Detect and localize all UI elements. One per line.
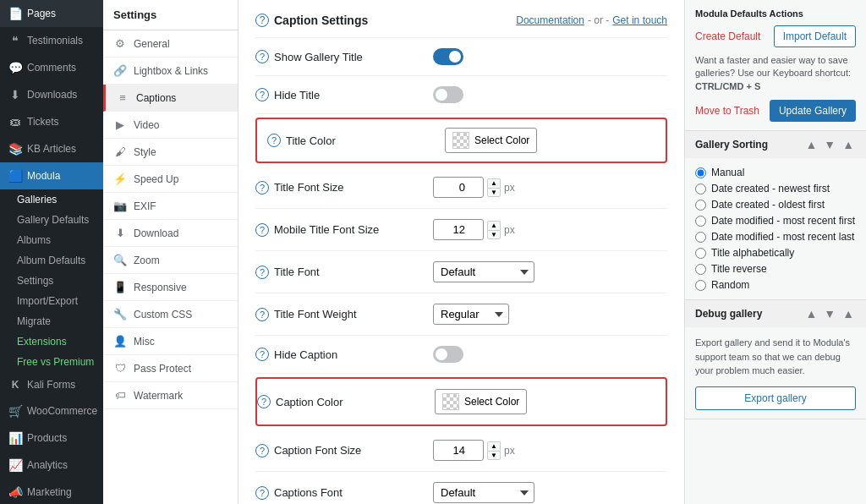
title-font-size-up[interactable]: ▲ <box>487 178 501 188</box>
settings-nav-download[interactable]: ⬇ Download <box>103 220 238 247</box>
right-sidebar: Modula Defaults Actions Create Default I… <box>684 0 866 504</box>
settings-nav-video[interactable]: ▶ Video <box>103 112 238 139</box>
sidebar-sub-galleries[interactable]: Galleries <box>0 189 103 210</box>
title-font-select[interactable]: Default <box>433 261 534 282</box>
sidebar-item-kb-articles[interactable]: 📚 KB Articles <box>0 135 103 162</box>
settings-nav-captions[interactable]: ≡ Captions <box>103 85 238 112</box>
export-gallery-button[interactable]: Export gallery <box>695 386 856 410</box>
settings-nav-general[interactable]: ⚙ General <box>103 30 238 58</box>
help-hide-caption[interactable]: ? <box>255 348 269 361</box>
sort-title-alpha[interactable]: Title alphabetically <box>695 247 856 259</box>
toggle-hide-title[interactable] <box>433 86 463 103</box>
create-default-link[interactable]: Create Default <box>695 30 760 42</box>
get-in-touch-link[interactable]: Get in touch <box>612 14 667 26</box>
toggle-show-gallery-title[interactable] <box>433 48 463 65</box>
title-color-btn[interactable]: Select Color <box>445 128 537 153</box>
help-caption-font-size[interactable]: ? <box>255 444 269 457</box>
doc-link[interactable]: Documentation <box>516 14 584 26</box>
sidebar-sub-albums[interactable]: Albums <box>0 230 103 250</box>
settings-nav-lightbox[interactable]: 🔗 Lightbox & Links <box>103 58 238 85</box>
sidebar-item-downloads[interactable]: ⬇ Downloads <box>0 81 103 108</box>
sidebar-item-pages[interactable]: 📄 Pages <box>0 0 103 27</box>
settings-nav-zoom[interactable]: 🔍 Zoom <box>103 247 238 274</box>
move-to-trash-link[interactable]: Move to Trash <box>695 105 759 117</box>
update-gallery-button[interactable]: Update Gallery <box>770 100 856 122</box>
settings-nav-misc[interactable]: 👤 Misc <box>103 328 238 355</box>
section-help-icon[interactable]: ? <box>255 14 269 27</box>
sort-manual[interactable]: Manual <box>695 167 856 178</box>
sidebar-sub-import-export[interactable]: Import/Export <box>0 291 103 311</box>
sidebar-sub-migrate[interactable]: Migrate <box>0 311 103 331</box>
caption-font-size-input[interactable] <box>433 440 484 461</box>
title-color-swatch <box>452 132 469 149</box>
responsive-icon: 📱 <box>113 281 127 293</box>
mobile-font-size-unit: px <box>504 224 515 236</box>
settings-nav-speed-up[interactable]: ⚡ Speed Up <box>103 166 238 193</box>
sidebar-item-tickets[interactable]: 🎟 Tickets <box>0 108 103 135</box>
help-hide-title[interactable]: ? <box>255 88 269 101</box>
sidebar-item-kali-forms[interactable]: K Kali Forms <box>0 372 103 397</box>
section-title: Caption Settings <box>274 14 368 27</box>
sidebar-item-marketing[interactable]: 📣 Marketing <box>0 479 103 504</box>
mobile-font-size-up[interactable]: ▲ <box>487 221 501 230</box>
help-show-gallery-title[interactable]: ? <box>255 50 269 63</box>
sorting-collapse-button[interactable]: ▲ <box>841 138 856 151</box>
caption-font-size-up[interactable]: ▲ <box>487 441 501 451</box>
import-default-button[interactable]: Import Default <box>774 25 856 47</box>
sorting-down-button[interactable]: ▼ <box>822 138 837 151</box>
sidebar-item-modula[interactable]: 🟦 Modula <box>0 162 103 189</box>
help-title-color[interactable]: ? <box>267 134 281 147</box>
sort-date-oldest[interactable]: Date created - oldest first <box>695 199 856 211</box>
settings-nav-watermark[interactable]: 🏷 Watermark <box>103 382 238 409</box>
debug-collapse-button[interactable]: ▲ <box>841 307 856 320</box>
captions-font-select[interactable]: Default <box>433 482 534 503</box>
title-font-weight-select[interactable]: Regular Bold Light <box>433 304 509 325</box>
caption-font-size-down[interactable]: ▼ <box>487 451 501 460</box>
sort-random[interactable]: Random <box>695 279 856 291</box>
mobile-font-size-down[interactable]: ▼ <box>487 230 501 239</box>
sidebar-item-analytics[interactable]: 📈 Analytics <box>0 452 103 479</box>
sidebar-sub-gallery-defaults[interactable]: Gallery Defaults <box>0 210 103 230</box>
debug-down-button[interactable]: ▼ <box>822 307 837 320</box>
sidebar-sub-extensions[interactable]: Extensions <box>0 331 103 352</box>
sort-date-newest[interactable]: Date created - newest first <box>695 183 856 194</box>
center-content: ? Caption Settings Documentation - or - … <box>238 0 684 504</box>
debug-up-button[interactable]: ▲ <box>803 307 819 320</box>
help-title-font-weight[interactable]: ? <box>255 308 269 321</box>
title-font-size-down[interactable]: ▼ <box>487 188 501 197</box>
caption-font-size-unit: px <box>504 445 515 457</box>
mobile-title-font-size-input[interactable] <box>433 219 484 240</box>
settings-nav-responsive[interactable]: 📱 Responsive <box>103 274 238 301</box>
sort-modified-recent[interactable]: Date modified - most recent first <box>695 215 856 227</box>
title-font-size-input[interactable] <box>433 177 484 198</box>
caption-color-swatch <box>442 393 459 410</box>
row-title-font-weight: ? Title Font Weight Regular Bold Light <box>255 293 667 336</box>
help-caption-color[interactable]: ? <box>257 395 271 408</box>
sidebar-sub-settings[interactable]: Settings <box>0 271 103 291</box>
label-title-font: Title Font <box>274 266 320 278</box>
sort-modified-last[interactable]: Date modified - most recent last <box>695 231 856 243</box>
settings-nav-custom-css[interactable]: 🔧 Custom CSS <box>103 301 238 328</box>
settings-nav-pass-protect[interactable]: 🛡 Pass Protect <box>103 355 238 382</box>
sidebar-item-testimonials[interactable]: ❝ Testimonials <box>0 27 103 54</box>
sidebar-item-comments[interactable]: 💬 Comments <box>0 54 103 81</box>
sidebar-item-products[interactable]: 📊 Products <box>0 425 103 452</box>
sort-title-reverse[interactable]: Title reverse <box>695 263 856 275</box>
label-caption-color: Caption Color <box>276 396 343 408</box>
sidebar-sub-album-defaults[interactable]: Album Defaults <box>0 250 103 271</box>
help-title-font[interactable]: ? <box>255 266 269 279</box>
captions-icon: ≡ <box>116 91 129 104</box>
settings-nav-exif[interactable]: 📷 EXIF <box>103 193 238 220</box>
caption-color-btn[interactable]: Select Color <box>435 389 527 414</box>
settings-nav-style[interactable]: 🖌 Style <box>103 139 238 166</box>
help-title-font-size[interactable]: ? <box>255 181 269 194</box>
help-captions-font[interactable]: ? <box>255 486 269 500</box>
caption-font-size-input-wrap: ▲ ▼ px <box>433 440 515 461</box>
sidebar-sub-free-vs-premium[interactable]: Free vs Premium <box>0 352 103 372</box>
toggle-hide-caption[interactable] <box>433 346 463 363</box>
sorting-up-button[interactable]: ▲ <box>803 138 819 151</box>
sidebar-item-woocommerce[interactable]: 🛒 WooCommerce <box>0 397 103 425</box>
zoom-icon: 🔍 <box>113 254 127 266</box>
label-title-font-size: Title Font Size <box>274 181 344 194</box>
help-mobile-title-font-size[interactable]: ? <box>255 223 269 237</box>
